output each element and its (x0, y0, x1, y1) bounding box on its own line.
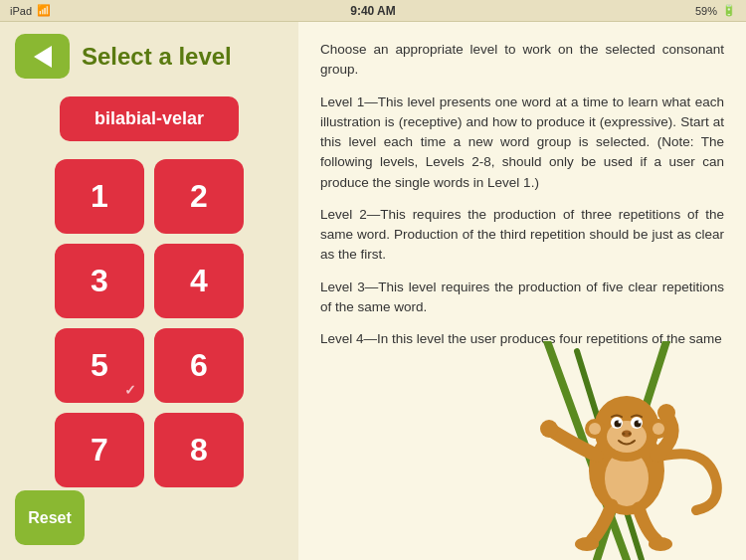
level-6-button[interactable]: 6 (154, 328, 244, 403)
level2-paragraph: Level 2—This requires the production of … (320, 205, 724, 266)
intro-paragraph: Choose an appropriate level to work on t… (320, 40, 724, 81)
monkey-illustration (467, 341, 746, 560)
status-left: iPad 📶 (10, 4, 51, 17)
status-time: 9:40 AM (350, 4, 396, 18)
level-2-button[interactable]: 2 (154, 159, 244, 234)
monkey-svg (467, 341, 746, 560)
level-1-button[interactable]: 1 (55, 159, 144, 234)
svg-point-5 (540, 420, 558, 438)
main-container: Select a level bilabial-velar 1 2 3 4 5 … (0, 22, 746, 560)
battery-icon: 🔋 (722, 4, 736, 17)
status-right: 59% 🔋 (695, 4, 736, 17)
level-8-button[interactable]: 8 (154, 413, 244, 487)
number-grid: 1 2 3 4 5 6 7 8 (55, 159, 244, 487)
level-4-button[interactable]: 4 (154, 244, 244, 318)
svg-point-8 (649, 537, 672, 551)
left-panel: Select a level bilabial-velar 1 2 3 4 5 … (0, 22, 298, 560)
page-title: Select a level (82, 43, 232, 71)
svg-point-18 (623, 433, 626, 436)
level-3-button[interactable]: 3 (55, 244, 144, 318)
level3-paragraph: Level 3—This level requires the producti… (320, 278, 724, 318)
right-panel: Choose an appropriate level to work on t… (298, 22, 746, 560)
level1-paragraph: Level 1—This level presents one word at … (320, 93, 724, 193)
level-7-button[interactable]: 7 (55, 413, 144, 487)
status-bar: iPad 📶 9:40 AM 59% 🔋 (0, 0, 746, 22)
battery-label: 59% (695, 5, 717, 17)
header-row: Select a level (15, 34, 283, 79)
svg-point-19 (629, 433, 632, 436)
svg-point-7 (575, 537, 599, 551)
reset-button[interactable]: Reset (15, 490, 85, 545)
description-text: Choose an appropriate level to work on t… (320, 40, 724, 349)
svg-point-23 (653, 423, 664, 435)
svg-point-21 (589, 423, 601, 435)
device-label: iPad (10, 5, 32, 17)
wifi-icon: 📶 (37, 4, 51, 17)
selected-level-button[interactable]: bilabial-velar (60, 96, 239, 141)
svg-point-16 (639, 421, 642, 424)
level-5-button[interactable]: 5 (55, 328, 144, 403)
svg-point-15 (619, 421, 622, 424)
back-button[interactable] (15, 34, 70, 79)
back-arrow-icon (34, 46, 52, 68)
